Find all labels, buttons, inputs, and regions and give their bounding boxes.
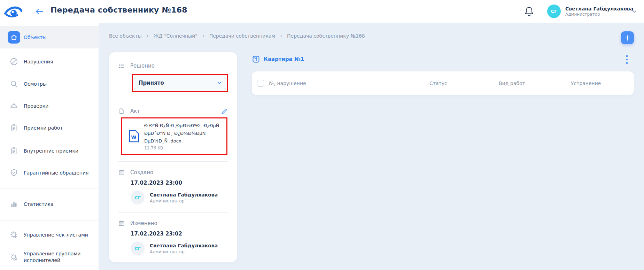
sidebar-item-inspections[interactable]: Осмотры bbox=[0, 73, 99, 95]
sidebar-item-label: Осмотры bbox=[24, 81, 93, 87]
created-datetime: 17.02.2023 23:00 bbox=[131, 180, 228, 186]
breadcrumb: Все объекты › ЖД "Солнечный" › Передачи … bbox=[109, 33, 365, 39]
column-header-violation: №, нарушение bbox=[269, 71, 306, 95]
chevron-down-icon[interactable] bbox=[631, 8, 637, 15]
select-all-checkbox[interactable] bbox=[257, 80, 264, 87]
clipboard-icon bbox=[8, 145, 20, 157]
prohibition-icon bbox=[8, 55, 20, 68]
modified-label: Изменено bbox=[130, 220, 157, 226]
decision-value: Принято bbox=[139, 80, 164, 86]
app-logo-eye-icon[interactable] bbox=[4, 5, 22, 18]
sidebar-item-label: Объекты bbox=[24, 34, 93, 41]
modified-user-name: Светлана Габдулхакова bbox=[150, 242, 218, 249]
created-user: СГ Светлана Габдулхакова Администратор bbox=[131, 191, 228, 205]
act-file-attachment[interactable]: W Ð Ð°Ñ Ð¿Ñ Ð¸ÐµÐ¼ÐºÐ¸-Ð¿ÐµÑ ÐµÐ´Ð°Ñ Ð¸ … bbox=[129, 122, 223, 151]
breadcrumb-item-current: Передача собственнику №168 bbox=[287, 33, 365, 39]
violations-table: №, нарушение Статус Вид работ Устранение bbox=[252, 71, 634, 95]
sidebar-item-label: Нарушения bbox=[24, 59, 93, 65]
list-icon bbox=[118, 63, 125, 69]
divider bbox=[118, 100, 228, 100]
shield-check-icon bbox=[8, 167, 20, 179]
gear-check-icon bbox=[8, 229, 20, 241]
sidebar-item-work-acceptance[interactable]: Приёмки работ bbox=[0, 117, 99, 139]
act-file-size: 11.76 KB bbox=[144, 146, 223, 151]
bar-chart-icon bbox=[8, 198, 20, 210]
back-arrow-icon[interactable] bbox=[34, 6, 45, 17]
unit-header: Квартира №1 bbox=[252, 55, 304, 63]
sidebar-item-label: Проверки bbox=[24, 103, 93, 109]
chevron-down-icon bbox=[217, 80, 222, 86]
apartment-plan-icon bbox=[252, 55, 260, 63]
sidebar-item-warranty-claims[interactable]: Гарантийные обращения bbox=[0, 162, 99, 184]
annotation-box-decision: Принято bbox=[132, 74, 228, 92]
divider bbox=[118, 212, 228, 213]
breadcrumb-item[interactable]: ЖД "Солнечный" bbox=[154, 33, 197, 39]
transfer-details-card: Решение Принято Акт W Ð bbox=[109, 52, 237, 262]
sidebar-item-objects[interactable]: Объекты bbox=[0, 26, 99, 48]
created-user-name: Светлана Габдулхакова bbox=[150, 192, 218, 198]
clipboard-icon bbox=[8, 122, 20, 134]
kebab-menu-icon[interactable] bbox=[623, 55, 631, 64]
act-label: Акт bbox=[130, 108, 140, 114]
avatar: СГ bbox=[547, 5, 561, 18]
sidebar-item-label: Внутренние приемки bbox=[24, 148, 93, 154]
plus-icon bbox=[624, 34, 631, 41]
column-header-work-type: Вид работ bbox=[499, 71, 525, 95]
column-header-resolution: Устранение bbox=[571, 71, 601, 95]
modified-field: Изменено bbox=[118, 220, 228, 226]
word-file-icon: W bbox=[129, 130, 140, 142]
column-header-status: Статус bbox=[429, 71, 447, 95]
sidebar-item-label: Управление группами исполнителей bbox=[24, 250, 93, 264]
breadcrumb-separator: › bbox=[147, 33, 149, 39]
breadcrumb-item[interactable]: Передачи собственникам bbox=[209, 33, 275, 39]
created-label: Создано bbox=[130, 169, 153, 176]
decision-label: Решение bbox=[130, 63, 155, 69]
home-icon bbox=[8, 31, 20, 44]
sidebar-item-label: Управление чек-листами bbox=[24, 232, 93, 238]
sidebar-divider bbox=[0, 220, 99, 221]
avatar: СГ bbox=[131, 191, 145, 205]
act-file-name: Ð Ð°Ñ Ð¿Ñ Ð¸ÐµÐ¼ÐºÐ¸-Ð¿ÐµÑ ÐµÐ´Ð°Ñ Ð¸ Ð¿… bbox=[144, 122, 223, 145]
sidebar-item-violations[interactable]: Нарушения bbox=[0, 51, 99, 73]
edit-pencil-icon[interactable] bbox=[221, 108, 228, 115]
sidebar-item-label: Приёмки работ bbox=[24, 125, 93, 131]
modified-datetime: 17.02.2023 23:02 bbox=[131, 231, 228, 237]
divider bbox=[118, 161, 228, 162]
page-title: Передача собственнику №168 bbox=[51, 6, 187, 14]
gear-user-icon bbox=[8, 251, 20, 263]
svg-text:W: W bbox=[131, 134, 136, 140]
sidebar-item-label: Статистика bbox=[24, 201, 93, 208]
avatar: СГ bbox=[131, 241, 145, 255]
calendar-icon bbox=[118, 220, 125, 226]
decision-field: Решение bbox=[118, 63, 228, 69]
annotation-box-act-file: W Ð Ð°Ñ Ð¿Ñ Ð¸ÐµÐ¼ÐºÐ¸-Ð¿ÐµÑ ÐµÐ´Ð°Ñ Ð¸ … bbox=[121, 117, 227, 155]
user-role: Администратор bbox=[565, 12, 633, 17]
user-name: Светлана Габдулхакова bbox=[565, 6, 633, 12]
breadcrumb-separator: › bbox=[280, 33, 282, 39]
sidebar: Объекты Нарушения Осмотры Проверки Приём… bbox=[0, 23, 99, 270]
sidebar-item-executor-groups-management[interactable]: Управление группами исполнителей bbox=[0, 246, 99, 268]
sidebar-item-checklist-management[interactable]: Управление чек-листами bbox=[0, 224, 99, 246]
magnifier-icon bbox=[8, 78, 20, 90]
decision-select[interactable]: Принято bbox=[133, 75, 227, 91]
add-button[interactable] bbox=[621, 31, 634, 44]
sidebar-item-label: Гарантийные обращения bbox=[24, 170, 93, 176]
sidebar-item-statistics[interactable]: Статистика bbox=[0, 193, 99, 215]
sidebar-item-internal-acceptance[interactable]: Внутренние приемки bbox=[0, 140, 99, 162]
unit-title[interactable]: Квартира №1 bbox=[264, 56, 304, 62]
modified-user-role: Администратор bbox=[150, 249, 218, 255]
act-field: Акт bbox=[118, 108, 140, 114]
document-icon bbox=[118, 108, 125, 114]
sidebar-item-checks[interactable]: Проверки bbox=[0, 95, 99, 117]
created-field: Создано bbox=[118, 169, 228, 176]
modified-user: СГ Светлана Габдулхакова Администратор bbox=[131, 241, 228, 255]
top-bar: Передача собственнику №168 СГ Светлана Г… bbox=[0, 0, 644, 23]
content-area: Все объекты › ЖД "Солнечный" › Передачи … bbox=[99, 23, 644, 270]
breadcrumb-separator: › bbox=[202, 33, 204, 39]
breadcrumb-item[interactable]: Все объекты bbox=[109, 33, 142, 39]
sidebar-divider bbox=[0, 188, 99, 188]
calendar-icon bbox=[118, 169, 125, 176]
user-menu[interactable]: СГ Светлана Габдулхакова Администратор bbox=[547, 5, 633, 18]
notifications-bell-icon[interactable] bbox=[524, 6, 534, 17]
hard-hat-icon bbox=[8, 100, 20, 112]
